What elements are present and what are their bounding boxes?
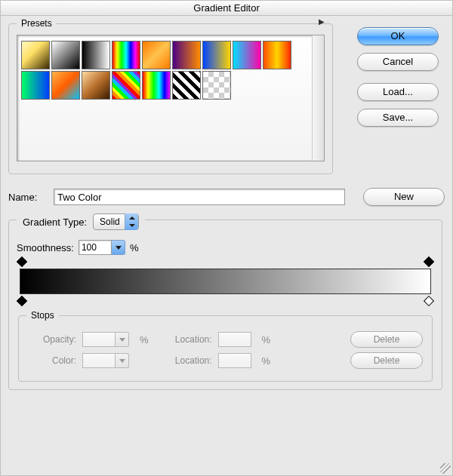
updown-arrows-icon (125, 213, 138, 230)
smoothness-control[interactable] (79, 240, 125, 255)
presets-swatch-area[interactable] (17, 35, 312, 161)
color-stop-row: Color: % Location: % Delete (28, 352, 423, 369)
dialog-title: Gradient Editor (193, 2, 259, 14)
name-row: Name: New (8, 188, 445, 206)
color-swatch-input (82, 353, 116, 368)
color-location-unit: % (262, 355, 271, 367)
preset-swatch[interactable] (172, 41, 201, 69)
color-control (82, 353, 129, 368)
presets-legend: Presets (17, 18, 57, 29)
ok-button[interactable]: OK (357, 27, 439, 45)
name-input[interactable] (54, 189, 345, 205)
opacity-location-label: Location: (164, 334, 212, 345)
smoothness-label: Smoothness: (17, 242, 74, 253)
opacity-stop-right[interactable] (424, 256, 434, 267)
opacity-location-input (218, 332, 251, 347)
resize-grip-icon[interactable] (440, 463, 451, 474)
opacity-stop-left[interactable] (17, 256, 27, 267)
gradient-preview[interactable] (20, 269, 431, 294)
color-label: Color: (28, 355, 76, 366)
opacity-unit: % (140, 334, 149, 345)
presets-group: Presets ▶ (8, 23, 333, 174)
preset-swatch[interactable] (51, 41, 80, 69)
action-button-column: OK Cancel Load... Save... (357, 27, 439, 134)
load-button[interactable]: Load... (357, 83, 439, 101)
smoothness-input[interactable] (79, 240, 112, 255)
color-stop-left[interactable] (17, 296, 27, 306)
preset-swatch[interactable] (142, 41, 171, 69)
preset-swatch[interactable] (172, 71, 201, 100)
preset-swatch[interactable] (112, 71, 140, 100)
name-label: Name: (8, 192, 54, 203)
chevron-down-icon[interactable] (112, 240, 125, 255)
gradient-type-select[interactable]: Solid (93, 213, 139, 230)
opacity-input (82, 332, 116, 347)
preset-swatch[interactable] (202, 71, 231, 100)
opacity-label: Opacity: (28, 334, 76, 345)
presets-scrollbar[interactable] (312, 35, 324, 161)
dialog-content: OK Cancel Load... Save... Presets ▶ Name… (1, 16, 452, 475)
preset-swatch[interactable] (142, 71, 171, 100)
save-button[interactable]: Save... (357, 109, 439, 127)
stops-legend: Stops (26, 310, 59, 321)
color-delete-button: Delete (350, 352, 423, 369)
gradient-bar[interactable] (20, 269, 431, 294)
preset-swatch[interactable] (82, 41, 110, 69)
color-stop-right[interactable] (424, 296, 434, 306)
preset-swatch[interactable] (233, 41, 261, 69)
color-location-input (218, 353, 251, 368)
gradient-type-label: Gradient Type: (23, 217, 87, 228)
cancel-button[interactable]: Cancel (357, 53, 439, 71)
smoothness-row: Smoothness: % (17, 240, 433, 255)
gradient-editor-dialog: Gradient Editor OK Cancel Load... Save..… (0, 0, 453, 476)
stops-group: Stops Opacity: % Location: % Delete Colo… (18, 315, 433, 382)
gradient-type-group: Gradient Type: Solid Smoothness: % (8, 220, 442, 390)
chevron-down-icon (116, 353, 129, 368)
color-location-label: Location: (164, 355, 212, 366)
gradient-type-value: Solid (100, 217, 120, 227)
new-button[interactable]: New (363, 188, 445, 206)
opacity-location-unit: % (262, 334, 271, 345)
gradient-type-legend: Gradient Type: Solid (17, 213, 145, 230)
presets-menu-icon[interactable]: ▶ (316, 17, 328, 29)
preset-swatch[interactable] (21, 71, 50, 100)
smoothness-unit: % (130, 242, 139, 253)
title-bar: Gradient Editor (1, 1, 452, 16)
opacity-delete-button: Delete (350, 331, 423, 348)
preset-swatch[interactable] (21, 41, 50, 69)
preset-swatch[interactable] (82, 71, 110, 100)
preset-swatch[interactable] (263, 41, 291, 69)
chevron-down-icon (116, 332, 129, 347)
opacity-stop-row: Opacity: % Location: % Delete (28, 331, 423, 348)
presets-well (17, 35, 325, 161)
preset-swatch[interactable] (112, 41, 140, 69)
opacity-control (82, 332, 129, 347)
preset-swatch[interactable] (51, 71, 80, 100)
preset-swatch[interactable] (202, 41, 231, 69)
